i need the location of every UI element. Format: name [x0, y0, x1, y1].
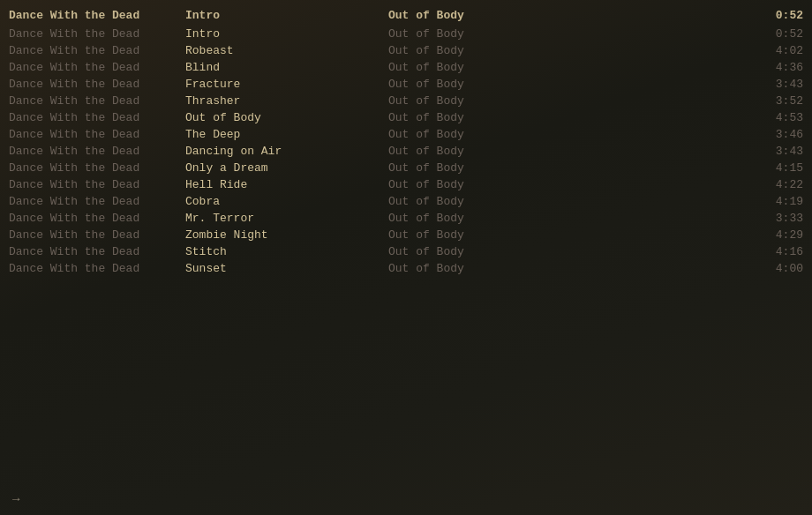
track-duration: 3:43: [750, 145, 803, 158]
track-album: Out of Body: [388, 128, 750, 141]
table-row[interactable]: Dance With the DeadThrasherOut of Body3:…: [0, 93, 812, 109]
table-row[interactable]: Dance With the DeadHell RideOut of Body4…: [0, 176, 812, 193]
track-album: Out of Body: [388, 27, 750, 41]
track-duration: 4:00: [750, 262, 803, 275]
track-artist: Dance With the Dead: [9, 228, 185, 242]
track-artist: Dance With the Dead: [9, 195, 185, 208]
track-artist: Dance With the Dead: [9, 262, 185, 275]
track-artist: Dance With the Dead: [9, 178, 185, 191]
track-album: Out of Body: [388, 178, 750, 191]
track-title: Cobra: [185, 195, 388, 208]
track-artist: Dance With the Dead: [9, 161, 185, 175]
table-row[interactable]: Dance With the DeadThe DeepOut of Body3:…: [0, 126, 812, 143]
track-duration: 4:15: [750, 161, 803, 175]
track-album: Out of Body: [388, 161, 750, 175]
header-album: Out of Body: [388, 9, 750, 22]
track-album: Out of Body: [388, 111, 750, 124]
track-duration: 3:43: [750, 78, 803, 91]
track-title: Dancing on Air: [185, 145, 388, 158]
track-artist: Dance With the Dead: [9, 111, 185, 124]
track-album: Out of Body: [388, 245, 750, 258]
track-duration: 4:19: [750, 195, 803, 208]
track-title: Intro: [185, 27, 388, 41]
track-album: Out of Body: [388, 262, 750, 275]
track-album: Out of Body: [388, 61, 750, 74]
track-album: Out of Body: [388, 195, 750, 208]
table-row[interactable]: Dance With the DeadOnly a DreamOut of Bo…: [0, 160, 812, 176]
track-title: Zombie Night: [185, 228, 388, 242]
track-duration: 4:36: [750, 61, 803, 74]
track-duration: 4:22: [750, 178, 803, 191]
bottom-arrow-icon: →: [12, 492, 19, 506]
track-duration: 3:52: [750, 94, 803, 108]
track-duration: 0:52: [750, 27, 803, 41]
table-row[interactable]: Dance With the DeadZombie NightOut of Bo…: [0, 227, 812, 243]
track-album: Out of Body: [388, 94, 750, 108]
track-title: Robeast: [185, 44, 388, 57]
track-artist: Dance With the Dead: [9, 27, 185, 41]
table-row[interactable]: Dance With the DeadBlindOut of Body4:36: [0, 59, 812, 76]
track-title: Hell Ride: [185, 178, 388, 191]
track-title: Only a Dream: [185, 161, 388, 175]
track-duration: 3:46: [750, 128, 803, 141]
track-title: Mr. Terror: [185, 212, 388, 225]
track-artist: Dance With the Dead: [9, 78, 185, 91]
track-duration: 3:33: [750, 212, 803, 225]
header-title: Intro: [185, 9, 388, 22]
track-title: Out of Body: [185, 111, 388, 124]
track-album: Out of Body: [388, 78, 750, 91]
table-row[interactable]: Dance With the DeadStitchOut of Body4:16: [0, 243, 812, 260]
track-album: Out of Body: [388, 44, 750, 57]
track-artist: Dance With the Dead: [9, 128, 185, 141]
track-album: Out of Body: [388, 228, 750, 242]
track-title: Sunset: [185, 262, 388, 275]
track-artist: Dance With the Dead: [9, 212, 185, 225]
table-row[interactable]: Dance With the DeadIntroOut of Body0:52: [0, 26, 812, 42]
table-row[interactable]: Dance With the DeadMr. TerrorOut of Body…: [0, 210, 812, 227]
table-header: Dance With the Dead Intro Out of Body 0:…: [0, 7, 812, 24]
track-title: Thrasher: [185, 94, 388, 108]
header-artist: Dance With the Dead: [9, 9, 185, 22]
track-title: Blind: [185, 61, 388, 74]
track-artist: Dance With the Dead: [9, 94, 185, 108]
track-artist: Dance With the Dead: [9, 245, 185, 258]
track-album: Out of Body: [388, 145, 750, 158]
header-duration: 0:52: [750, 9, 803, 22]
track-duration: 4:53: [750, 111, 803, 124]
track-artist: Dance With the Dead: [9, 145, 185, 158]
track-artist: Dance With the Dead: [9, 61, 185, 74]
track-duration: 4:16: [750, 245, 803, 258]
table-row[interactable]: Dance With the DeadCobraOut of Body4:19: [0, 193, 812, 210]
track-album: Out of Body: [388, 212, 750, 225]
table-row[interactable]: Dance With the DeadFractureOut of Body3:…: [0, 76, 812, 93]
table-row[interactable]: Dance With the DeadOut of BodyOut of Bod…: [0, 109, 812, 126]
track-list: Dance With the Dead Intro Out of Body 0:…: [0, 0, 812, 284]
table-row[interactable]: Dance With the DeadSunsetOut of Body4:00: [0, 260, 812, 277]
track-duration: 4:02: [750, 44, 803, 57]
track-duration: 4:29: [750, 228, 803, 242]
table-row[interactable]: Dance With the DeadRobeastOut of Body4:0…: [0, 42, 812, 59]
track-artist: Dance With the Dead: [9, 44, 185, 57]
table-row[interactable]: Dance With the DeadDancing on AirOut of …: [0, 143, 812, 160]
track-title: The Deep: [185, 128, 388, 141]
track-title: Stitch: [185, 245, 388, 258]
track-title: Fracture: [185, 78, 388, 91]
